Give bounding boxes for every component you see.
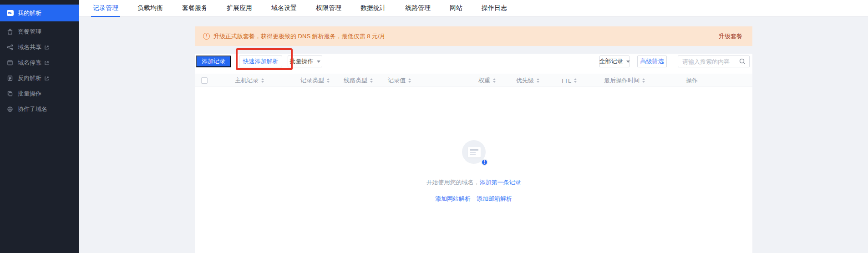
select-all-checkbox[interactable] [201,77,208,84]
sort-icon[interactable] [408,78,411,83]
tab-data-statistics[interactable]: 数据统计 [359,0,388,16]
upgrade-package-link[interactable]: 升级套餐 [719,32,742,40]
banner-text: 升级正式版套餐，获得更极致的 DNS 解析服务，最低仅需 8 元/月 [213,32,386,40]
column-header-ttl[interactable]: TTL [561,74,577,87]
sort-icon[interactable] [574,78,577,83]
tab-domain-settings[interactable]: 域名设置 [269,0,299,16]
batch-operations-label: 批量操作 [290,57,314,66]
sidebar-item-label: 我的解析 [18,9,41,17]
empty-state: ! 开始使用您的域名，添加第一条记录 添加网站解析 添加邮箱解析 [195,140,752,203]
sort-icon[interactable] [537,78,539,83]
sidebar-item-label: 批量操作 [18,90,41,98]
window-icon [6,59,14,66]
advanced-filter-button[interactable]: 高级筛选 [637,56,667,67]
document-icon [6,75,14,82]
tab-record-management[interactable]: 记录管理 [91,0,120,16]
column-header-line-type[interactable]: 线路类型 [344,74,373,87]
sort-icon[interactable] [370,78,373,83]
add-mail-resolution-link[interactable]: 添加邮箱解析 [477,195,512,203]
sidebar-item-collaborative-subdomain[interactable]: 协作子域名 [0,101,79,117]
content-card: 添加记录 快速添加解析 批量操作 全部记录 高级筛选 主机记录 记录类型 [195,54,752,253]
copy-icon [6,90,14,97]
column-header-record-value[interactable]: 记录值 [388,74,411,87]
toolbar: 添加记录 快速添加解析 批量操作 全部记录 高级筛选 [195,54,752,68]
external-link-icon [44,61,49,66]
column-header-priority[interactable]: 优先级 [516,74,539,87]
sidebar-item-domain-parking[interactable]: 域名停靠 [0,55,79,71]
sidebar-item-domain-sharing[interactable]: 域名共享 [0,40,79,55]
sort-icon[interactable] [493,78,496,83]
sidebar-item-my-resolution[interactable]: w. 我的解析 [0,5,79,21]
column-header-record-type[interactable]: 记录类型 [300,74,330,87]
external-link-icon [44,76,49,81]
tab-load-balancing[interactable]: 负载均衡 [136,0,165,16]
search-box [678,56,750,67]
external-link-icon [44,45,49,50]
sidebar-item-label: 协作子域名 [18,105,47,113]
upgrade-banner: ! 升级正式版套餐，获得更极致的 DNS 解析服务，最低仅需 8 元/月 升级套… [195,26,752,46]
batch-operations-button[interactable]: 批量操作 [288,56,322,67]
warning-circle-icon: ! [203,33,210,40]
quick-add-resolution-button[interactable]: 快速添加解析 [239,56,282,67]
table-header-row: 主机记录 记录类型 线路类型 记录值 权重 优先级 TTL 最后操作时间 [195,74,752,86]
tab-operation-log[interactable]: 操作日志 [480,0,509,16]
share-icon [6,44,14,51]
add-site-resolution-link[interactable]: 添加网站解析 [435,195,471,203]
info-badge-icon: ! [481,159,488,166]
tab-extended-apps[interactable]: 扩展应用 [225,0,254,16]
all-records-label: 全部记录 [599,57,623,66]
w-badge-icon: w. [6,10,14,17]
add-record-button[interactable]: 添加记录 [196,56,231,67]
sidebar: w. 我的解析 套餐管理 域名共享 域名 [0,0,79,253]
bag-icon [6,28,14,35]
search-icon[interactable] [739,58,746,65]
tab-bar: 记录管理 负载均衡 套餐服务 扩展应用 域名设置 权限管理 数据统计 线路管理 … [79,0,868,17]
tab-line-management[interactable]: 线路管理 [403,0,432,16]
sort-icon[interactable] [642,78,645,83]
all-records-dropdown[interactable]: 全部记录 [599,56,629,67]
column-header-last-operation-time[interactable]: 最后操作时间 [604,74,645,87]
sidebar-item-label: 域名停靠 [18,59,41,67]
tab-package-service[interactable]: 套餐服务 [180,0,209,16]
sort-icon[interactable] [327,78,330,83]
sort-icon[interactable] [261,78,264,83]
sidebar-item-reverse-resolution[interactable]: 反向解析 [0,71,79,86]
add-first-record-link[interactable]: 添加第一条记录 [480,179,521,186]
column-header-actions: 操作 [686,74,698,87]
empty-records-icon: ! [462,140,486,164]
column-header-weight[interactable]: 权重 [478,74,496,87]
tab-website[interactable]: 网站 [448,0,464,16]
sidebar-item-label: 套餐管理 [18,28,41,36]
empty-hint-text: 开始使用您的域名， [426,179,480,186]
sidebar-item-label: 域名共享 [18,43,41,51]
chevron-down-icon [626,61,630,63]
sidebar-item-package-management[interactable]: 套餐管理 [0,24,79,40]
column-header-host-record[interactable]: 主机记录 [235,74,264,87]
sidebar-item-label: 反向解析 [18,74,41,82]
globe-icon [6,106,14,113]
tab-permission-management[interactable]: 权限管理 [314,0,343,16]
chevron-down-icon [317,61,320,63]
sidebar-item-batch-operations[interactable]: 批量操作 [0,86,79,101]
